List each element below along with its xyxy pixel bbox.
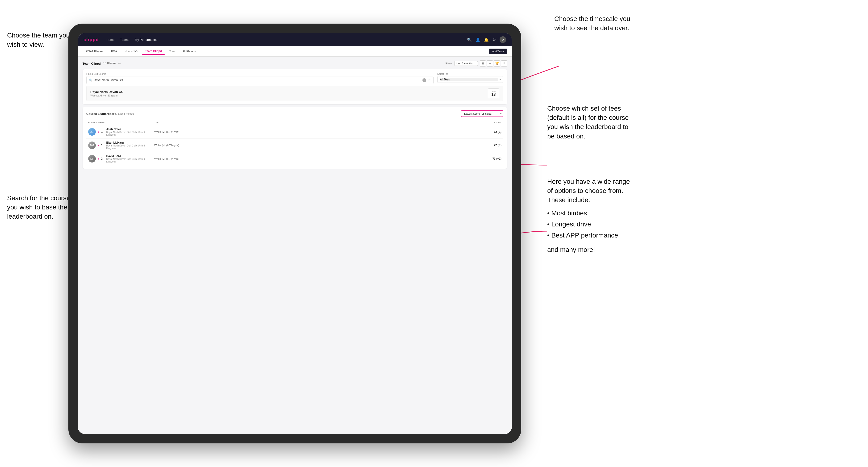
player-info-1: Josh Coles Royal North Devon Golf Club, …: [106, 128, 154, 136]
ipad-screen: clippd Home Teams My Performance 🔍 👤 🔔 ⚙…: [78, 33, 512, 434]
nav-bar: clippd Home Teams My Performance 🔍 👤 🔔 ⚙…: [78, 33, 512, 46]
show-select[interactable]: Last 3 months: [454, 61, 478, 66]
player-name-2: Blair McHarg: [106, 141, 154, 144]
table-row: BM ♥ 1 Blair McHarg Royal North Devon Go…: [86, 139, 503, 152]
annotation-timescale: Choose the timescale you wish to see the…: [554, 14, 630, 33]
bullet-drive: Longest drive: [547, 219, 630, 230]
course-result-info: Royal North Devon GC Westward Ho!, Engla…: [90, 90, 123, 97]
ipad-frame: clippd Home Teams My Performance 🔍 👤 🔔 ⚙…: [68, 24, 521, 443]
subnav-tour[interactable]: Tour: [166, 49, 178, 55]
leaderboard-subtitle: Last 3 months: [118, 112, 134, 115]
nav-teams[interactable]: Teams: [120, 38, 129, 41]
sub-nav: PGAT Players PGA Hcaps 1-5 Team Clippd T…: [78, 46, 512, 57]
team-header: Team Clippd | 14 Players ✏ Show: Last 3 …: [83, 60, 507, 66]
tee-cell-3: White (M) (6,744 yds): [154, 157, 464, 160]
col-player: PLAYER NAME: [88, 121, 154, 124]
player-cell-1: JC ♥ 1 Josh Coles Royal North Devon Golf…: [88, 128, 154, 136]
leaderboard-section: Course Leaderboard, Last 3 months Lowest…: [83, 107, 507, 168]
favorite-icon-3[interactable]: ♥: [98, 157, 99, 160]
select-tee-group: Select Tee All Tees ▾: [437, 73, 503, 84]
bullet-birdies: Most birdies: [547, 208, 630, 219]
nav-my-performance[interactable]: My Performance: [135, 38, 157, 41]
leaderboard-header: Course Leaderboard, Last 3 months Lowest…: [86, 111, 503, 117]
search-clear-button[interactable]: ✕: [423, 78, 426, 82]
table-row: JC ♥ 1 Josh Coles Royal North Devon Golf…: [86, 125, 503, 139]
download-button[interactable]: ⬇: [501, 60, 507, 66]
col-score: SCORE: [464, 121, 501, 124]
find-course-label: Find a Golf Course: [86, 73, 434, 75]
favorite-icon-2[interactable]: ♥: [98, 144, 99, 147]
score-type-select[interactable]: Lowest Score (18 holes): [461, 111, 503, 117]
favorite-icon-1[interactable]: ♥: [98, 130, 99, 133]
player-avatar-1: JC: [88, 128, 96, 135]
score-cell-3: 73 (+1): [464, 157, 501, 160]
annotation-tee-select: Choose which set of tees (default is all…: [547, 104, 629, 141]
show-select-wrap[interactable]: Last 3 months: [454, 61, 478, 66]
nav-home[interactable]: Home: [106, 38, 115, 41]
show-label: Show:: [445, 62, 453, 65]
team-name: Team Clippd: [83, 62, 101, 65]
subnav-pgat[interactable]: PGAT Players: [83, 49, 107, 55]
view-icons: ⊞ ≡ 🏆 ⬇: [480, 60, 507, 66]
search-row: Find a Golf Course 🔍 ✕ ☆ Select Tee Al: [86, 73, 503, 84]
grid-view-button[interactable]: ⊞: [480, 60, 486, 66]
rank-1: 1: [101, 130, 104, 133]
score-cell-1: 72 (E): [464, 130, 501, 133]
player-info-3: David Ford Royal North Devon Golf Club, …: [106, 154, 154, 163]
player-club-2: Royal North Devon Golf Club, United King…: [106, 144, 154, 150]
course-search-input[interactable]: [94, 79, 421, 82]
player-cell-2: BM ♥ 1 Blair McHarg Royal North Devon Go…: [88, 141, 154, 150]
course-result-name: Royal North Devon GC: [90, 90, 123, 94]
player-club-1: Royal North Devon Golf Club, United King…: [106, 131, 154, 136]
main-content: Team Clippd | 14 Players ✏ Show: Last 3 …: [78, 57, 512, 434]
subnav-pga[interactable]: PGA: [108, 49, 120, 55]
settings-icon[interactable]: ⚙: [493, 37, 496, 42]
player-name-3: David Ford: [106, 154, 154, 158]
person-icon[interactable]: 👤: [475, 37, 480, 42]
add-team-button[interactable]: Add Team: [489, 49, 507, 54]
course-result: Royal North Devon GC Westward Ho!, Engla…: [86, 86, 503, 101]
list-view-button[interactable]: ≡: [487, 60, 493, 66]
annotation-team-view: Choose the team you wish to view.: [7, 31, 70, 49]
course-result-location: Westward Ho!, England: [90, 94, 123, 97]
tee-select-wrap: All Tees ▾: [437, 76, 503, 83]
team-count: | 14 Players: [102, 62, 117, 65]
nav-right: 🔍 👤 🔔 ⚙ U: [467, 36, 506, 43]
subnav-hcaps[interactable]: Hcaps 1-5: [121, 49, 141, 55]
avatar[interactable]: U: [500, 36, 506, 43]
rank-3: 3: [101, 157, 104, 160]
nav-links: Home Teams My Performance: [106, 38, 157, 41]
subnav-all-players[interactable]: All Players: [179, 49, 199, 55]
leaderboard-title: Course Leaderboard,: [86, 112, 117, 116]
show-bar: Show: Last 3 months ⊞ ≡ 🏆 ⬇: [445, 60, 507, 66]
player-avatar-3: DF: [88, 155, 96, 162]
player-info-2: Blair McHarg Royal North Devon Golf Club…: [106, 141, 154, 150]
subnav-team-clippd[interactable]: Team Clippd: [142, 48, 165, 55]
trophy-view-button[interactable]: 🏆: [494, 60, 500, 66]
score-cell-2: 72 (E): [464, 144, 501, 147]
edit-icon[interactable]: ✏: [118, 62, 121, 65]
table-row: DF ♥ 3 David Ford Royal North Devon Golf…: [86, 152, 503, 165]
options-bullet-list: Most birdies Longest drive Best APP perf…: [547, 208, 630, 241]
logo: clippd: [84, 37, 99, 42]
holes-number: 18: [491, 92, 496, 97]
rank-2: 1: [101, 144, 104, 147]
annotation-options: Here you have a wide range of options to…: [547, 177, 630, 254]
player-name-1: Josh Coles: [106, 128, 154, 131]
player-avatar-2: BM: [88, 142, 96, 149]
player-club-3: Royal North Devon Golf Club, United King…: [106, 158, 154, 163]
table-header: PLAYER NAME TEE SCORE: [86, 120, 503, 125]
bullet-app: Best APP performance: [547, 230, 630, 241]
course-search-wrap: 🔍 ✕ ☆: [86, 76, 434, 84]
find-course-group: Find a Golf Course 🔍 ✕ ☆: [86, 73, 434, 84]
holes-label: Holes: [491, 90, 496, 92]
bell-icon[interactable]: 🔔: [484, 37, 489, 42]
tee-cell-1: White (M) (6,744 yds): [154, 130, 464, 133]
chevron-down-icon: ▾: [500, 78, 501, 81]
search-icon-small: 🔍: [89, 79, 92, 82]
tee-select[interactable]: All Tees: [440, 78, 498, 81]
player-cell-3: DF ♥ 3 David Ford Royal North Devon Golf…: [88, 154, 154, 163]
score-type-wrap[interactable]: Lowest Score (18 holes): [461, 111, 503, 117]
star-button[interactable]: ☆: [428, 78, 431, 82]
search-icon[interactable]: 🔍: [467, 37, 472, 42]
